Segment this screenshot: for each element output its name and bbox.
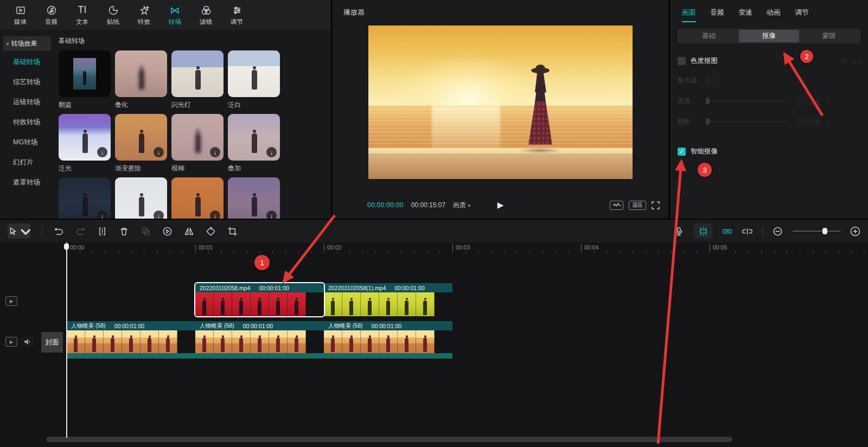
toolbar-item-filter[interactable]: 滤镜 [191, 4, 221, 26]
download-icon: ↓ [154, 147, 164, 157]
chroma-key-checkbox[interactable] [678, 57, 686, 65]
stepper-icon[interactable]: ▲▼ [816, 98, 819, 104]
ruler-time-label: 00:04 [581, 244, 598, 251]
smart-matting-checkbox[interactable]: ✓ [678, 148, 686, 156]
sidebar-item[interactable]: 幻灯片 [0, 152, 54, 173]
inspector-subtab[interactable]: 蒙版 [799, 30, 859, 42]
adsorb-icon[interactable] [742, 226, 752, 237]
keyframe-icon[interactable]: ◇ [826, 98, 831, 104]
video-preview[interactable] [368, 25, 633, 179]
slider-track[interactable] [706, 100, 788, 101]
fit-button[interactable]: 适应 [629, 201, 646, 210]
redo-icon[interactable] [75, 226, 86, 237]
transition-card[interactable]: 闪光灯 [171, 50, 224, 110]
copy-icon[interactable] [141, 226, 151, 237]
mute-track-icon[interactable] [22, 337, 34, 347]
toolbar-item-transition[interactable]: ⋈ 转场 [160, 4, 190, 26]
fullscreen-icon[interactable] [652, 201, 660, 209]
timeline-clip[interactable]: 人物唯美 (58) 00:00:01:00 [195, 321, 324, 359]
zoom-out-icon[interactable] [773, 226, 783, 237]
zoom-in-icon[interactable] [850, 226, 860, 237]
toolbar-item-audio[interactable]: 音频 [36, 4, 66, 26]
stepper-icon[interactable]: ▲▼ [816, 119, 819, 124]
inspector-tab[interactable]: 音频 [710, 8, 724, 22]
transition-card[interactable]: ↓ 叠加 [228, 114, 280, 173]
transition-card[interactable]: 泛白 [228, 50, 280, 110]
select-tool-icon[interactable] [8, 224, 30, 239]
timeline-clip[interactable]: 人物唯美 (58) 00:00:01:00 [67, 321, 195, 359]
film-frame [122, 330, 141, 353]
chevron-down-icon: ▾ [7, 41, 9, 47]
transition-card[interactable]: 叠化 [115, 50, 167, 110]
link-icon[interactable] [722, 226, 732, 237]
slider-label: 强度 [678, 97, 706, 106]
sidebar-group-transitions[interactable]: ▾ 转场效果 [3, 36, 51, 51]
zoom-slider-thumb[interactable] [822, 228, 827, 234]
player-panel: 播放器 00: [333, 0, 668, 219]
sidebar-item[interactable]: 遮罩转场 [0, 173, 54, 193]
smart-matting-row: ✓ 智能抠像 [678, 147, 860, 156]
main-track-toggle-icon[interactable]: ▶ [5, 337, 17, 347]
transition-card[interactable]: ↓ 模糊 [171, 114, 224, 173]
timeline-clip[interactable]: 人物唯美 (58) 00:00:01:00 [324, 321, 452, 359]
toolbar-item-sticker[interactable]: 贴纸 [98, 4, 128, 26]
transition-card[interactable]: ↓ [228, 177, 280, 219]
clip-name: 人物唯美 (58) [200, 322, 234, 330]
transition-card[interactable]: 翻篇 [59, 50, 111, 110]
toolbar-item-label: 调节 [231, 18, 243, 26]
transition-card[interactable]: ↓ [115, 177, 167, 219]
transition-card[interactable]: ↓ [59, 177, 111, 219]
mirror-preview-icon[interactable] [610, 201, 623, 210]
inspector-tab[interactable]: 调节 [795, 8, 809, 22]
keyframe-icon[interactable]: ◇ [826, 119, 831, 125]
sidebar-item[interactable]: 基础转场 [0, 52, 54, 72]
transition-card[interactable]: ↓ [171, 177, 224, 219]
slider-thumb[interactable] [706, 98, 710, 104]
sidebar-item[interactable]: MG转场 [0, 132, 54, 152]
toolbar-item-effects[interactable]: 特效 [129, 4, 159, 26]
value-input[interactable]: ▲▼ [796, 95, 821, 106]
ruler-time-label: 00:02 [324, 244, 341, 251]
smart-tool-icon[interactable] [694, 224, 712, 239]
mirror-icon[interactable] [184, 226, 194, 237]
inspector-subtab[interactable]: 基础 [679, 30, 739, 42]
keyframe-icon[interactable]: ◇ › [851, 58, 860, 65]
figure-silhouette [195, 197, 201, 216]
toolbar-item-media[interactable]: 媒体 [5, 4, 35, 26]
value-input[interactable]: ▲▼ [796, 116, 821, 127]
sidebar-item[interactable]: 运镜转场 [0, 92, 54, 112]
inspector-subtab[interactable]: 抠像 [739, 30, 799, 42]
horizontal-scrollbar[interactable] [46, 437, 732, 442]
transition-icon: ⋈ [170, 4, 180, 16]
mic-icon[interactable] [674, 226, 684, 237]
timeline-clip[interactable]: 202203102058.mp4 00:00:01:00 [195, 283, 324, 316]
rotate-icon[interactable] [206, 226, 216, 237]
toolbar-item-text[interactable]: TI 文本 [67, 4, 97, 26]
transition-card[interactable]: ↓ 泛光 [59, 114, 111, 173]
reset-icon[interactable]: ↺ [841, 58, 847, 65]
overlay-track-toggle-icon[interactable]: ▶ [5, 296, 17, 306]
undo-icon[interactable] [54, 226, 64, 237]
cover-button[interactable]: 封面 [41, 332, 63, 353]
play-button[interactable]: ▶ [497, 200, 504, 210]
slider-thumb[interactable] [706, 118, 710, 125]
delete-icon[interactable] [119, 226, 129, 237]
clip-header: 人物唯美 (58) 00:00:01:00 [195, 321, 324, 330]
toolbar-item-adjust[interactable]: 调节 [222, 4, 252, 26]
slider-track[interactable] [706, 121, 788, 122]
speed-icon[interactable] [162, 226, 173, 237]
crop-icon[interactable] [227, 226, 238, 237]
timeline-ruler[interactable]: 00:0000:0100:0200:0300:0400:05 [0, 242, 868, 254]
toolbar-item-label: 音频 [45, 18, 58, 26]
split-icon[interactable] [97, 226, 107, 237]
color-swatch[interactable] [706, 74, 720, 86]
sidebar-item[interactable]: 综艺转场 [0, 72, 54, 92]
timeline-clip[interactable]: 202203102058(1).mp4 00:00:01:00 [324, 283, 452, 316]
quality-dropdown[interactable]: 画质 ▾ [453, 201, 470, 210]
inspector-tab[interactable]: 画面 [682, 8, 696, 22]
sidebar-item[interactable]: 特效转场 [0, 112, 54, 132]
inspector-tab[interactable]: 变速 [738, 8, 752, 22]
timeline-zoom-slider[interactable] [793, 231, 840, 232]
transition-card[interactable]: ↓ 渐变擦除 [115, 114, 167, 173]
inspector-tab[interactable]: 动画 [767, 8, 781, 22]
